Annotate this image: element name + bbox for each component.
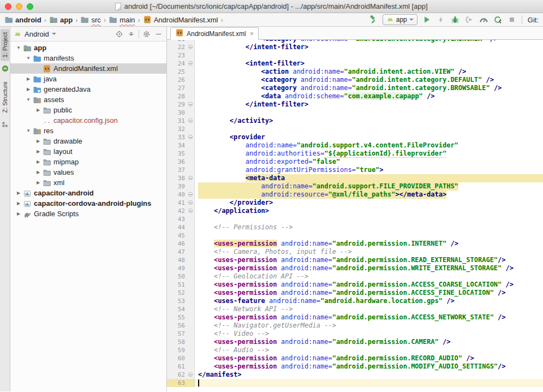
- code-line-23[interactable]: 23: [167, 51, 543, 60]
- fold-marker[interactable]: [188, 199, 195, 207]
- fold-marker[interactable]: [188, 174, 195, 182]
- code-line-37[interactable]: 37 android:grantUriPermissions="true">: [167, 166, 543, 174]
- collapse-all-icon[interactable]: [127, 29, 136, 39]
- code-line-48[interactable]: 48 <uses-permission android:name="androi…: [167, 256, 543, 264]
- tree-item-capacitor-config-json[interactable]: {..}capacitor.config.json: [10, 115, 166, 126]
- fold-marker[interactable]: [188, 191, 195, 199]
- code-line-25[interactable]: 25 <action android:name="android.intent.…: [167, 68, 543, 76]
- run-configuration-select[interactable]: app: [383, 14, 417, 25]
- locate-icon[interactable]: [115, 29, 124, 39]
- code-line-24[interactable]: 24 <intent-filter>: [167, 60, 543, 68]
- chevron-right-icon[interactable]: ▶: [34, 149, 42, 154]
- code-line-55[interactable]: 55 <uses-permission android:name="androi…: [167, 313, 543, 322]
- project-view-selector[interactable]: Android: [25, 30, 49, 38]
- code-line-58[interactable]: 58 <uses-permission android:name="androi…: [167, 338, 543, 346]
- code-line-34[interactable]: 34 android:name="android.support.v4.cont…: [167, 141, 543, 150]
- code-line-49[interactable]: 49 <uses-permission android:name="androi…: [167, 264, 543, 272]
- fold-marker[interactable]: [188, 371, 195, 379]
- chevron-right-icon[interactable]: ▶: [25, 87, 32, 92]
- chevron-right-icon[interactable]: ▶: [34, 108, 42, 112]
- tree-item-app[interactable]: ▼app: [10, 43, 166, 53]
- code-line-32[interactable]: 32: [167, 125, 543, 133]
- code-line-53[interactable]: 53 <uses-feature android:name="android.h…: [167, 297, 543, 305]
- tree-item-values[interactable]: ▶values: [10, 167, 166, 177]
- tree-item-public[interactable]: ▶public: [10, 105, 166, 115]
- tree-item-res[interactable]: ▼res: [10, 126, 166, 136]
- code-line-52[interactable]: 52 <uses-permission android:name="androi…: [167, 289, 543, 297]
- attach-debugger-icon[interactable]: [465, 15, 474, 25]
- code-line-57[interactable]: 57 <!-- Video -->: [167, 330, 543, 338]
- fold-marker[interactable]: [188, 43, 195, 51]
- code-line-61[interactable]: 61 <uses-permission android:name="androi…: [167, 363, 543, 371]
- hide-icon[interactable]: [154, 29, 163, 39]
- chevron-right-icon[interactable]: ▶: [34, 159, 42, 164]
- code-line-40[interactable]: 40 android:resource="@xml/file_paths"></…: [167, 191, 543, 199]
- chevron-down-icon[interactable]: ▼: [25, 56, 32, 61]
- code-line-45[interactable]: 45: [167, 231, 543, 240]
- tree-item-capacitor-android[interactable]: ▶capacitor-android: [10, 188, 166, 198]
- chevron-right-icon[interactable]: ▶: [15, 201, 22, 206]
- code-line-62[interactable]: 62</manifest>: [167, 371, 543, 379]
- tree-item-manifests[interactable]: ▼manifests: [10, 53, 166, 63]
- code-line-29[interactable]: 29 </intent-filter>: [167, 100, 543, 109]
- debug-icon[interactable]: [451, 15, 460, 25]
- tree-item-java[interactable]: ▶java: [10, 74, 166, 84]
- breadcrumb-item-app[interactable]: app: [49, 15, 73, 24]
- code-line-50[interactable]: 50 <!-- Geolocation API -->: [167, 272, 543, 281]
- code-line-43[interactable]: 43: [167, 215, 543, 223]
- chevron-down-icon[interactable]: ▼: [25, 128, 32, 133]
- profiler-icon[interactable]: [479, 15, 488, 25]
- code-area[interactable]: 21 <category android:name="android.inten…: [167, 40, 543, 391]
- apply-changes-icon[interactable]: [437, 15, 446, 25]
- tree-item-gradle-scripts[interactable]: ▶Gradle Scripts: [10, 209, 166, 219]
- code-line-27[interactable]: 27 <category android:name="android.inten…: [167, 84, 543, 92]
- settings-gear-icon[interactable]: [142, 29, 151, 39]
- gradle-sync-icon[interactable]: [493, 15, 503, 25]
- code-line-36[interactable]: 36 android:exported="false": [167, 158, 543, 166]
- code-line-31[interactable]: 31 </activity>: [167, 117, 543, 125]
- tree-item-generatedjava[interactable]: ▶generatedJava: [10, 84, 166, 94]
- stop-icon[interactable]: [508, 15, 517, 25]
- code-line-35[interactable]: 35 android:authorities="${applicationId}…: [167, 150, 543, 158]
- code-line-56[interactable]: 56 <!-- Navigator.getUserMedia -->: [167, 322, 543, 330]
- chevron-down-icon[interactable]: ▼: [25, 97, 32, 102]
- chevron-right-icon[interactable]: ▶: [34, 170, 42, 175]
- chevron-right-icon[interactable]: ▶: [15, 191, 22, 195]
- code-line-63[interactable]: 63: [167, 379, 543, 387]
- code-line-42[interactable]: 42 </application>: [167, 207, 543, 215]
- tree-item-assets[interactable]: ▼assets: [10, 94, 166, 105]
- code-line-38[interactable]: 38 <meta-data: [167, 174, 543, 182]
- tree-item-drawable[interactable]: ▶drawable: [10, 136, 166, 146]
- fold-marker[interactable]: [188, 133, 195, 141]
- code-line-47[interactable]: 47 <!-- Camera, Photos, input file -->: [167, 248, 543, 256]
- chevron-right-icon[interactable]: ▶: [25, 76, 32, 81]
- breadcrumb-item-androidmanifest-xml[interactable]: AndroidManifest.xml: [143, 15, 218, 24]
- tree-item-mipmap[interactable]: ▶mipmap: [10, 157, 166, 167]
- android-tool-icon[interactable]: [2, 64, 9, 74]
- run-icon[interactable]: [422, 15, 432, 25]
- tab-androidmanifest[interactable]: AndroidManifest.xml ×: [170, 27, 259, 40]
- tree-item-androidmanifest-xml[interactable]: AndroidManifest.xml: [10, 63, 166, 74]
- breadcrumb-item-main[interactable]: main: [109, 15, 135, 24]
- structure-icon[interactable]: [2, 120, 8, 130]
- tree-item-capacitor-cordova-android-plugins[interactable]: ▶capacitor-cordova-android-plugins: [10, 198, 166, 209]
- tool-window-project-button[interactable]: 1: Project: [1, 29, 9, 61]
- chevron-down-icon[interactable]: ▼: [15, 45, 22, 50]
- chevron-right-icon[interactable]: ▶: [34, 139, 42, 144]
- tree-item-layout[interactable]: ▶layout: [10, 146, 166, 157]
- code-line-33[interactable]: 33 <provider: [167, 133, 543, 141]
- chevron-right-icon[interactable]: ▶: [15, 211, 22, 216]
- fold-marker[interactable]: [188, 207, 195, 215]
- code-line-28[interactable]: 28 <data android:scheme="com.example.cap…: [167, 92, 543, 100]
- code-line-60[interactable]: 60 <uses-permission android:name="androi…: [167, 354, 543, 363]
- code-line-51[interactable]: 51 <uses-permission android:name="androi…: [167, 281, 543, 289]
- code-line-44[interactable]: 44 <!-- Permissions -->: [167, 223, 543, 231]
- tool-window-structure-button[interactable]: Z: Structure: [1, 78, 9, 116]
- git-branch-widget[interactable]: Git:: [527, 16, 539, 24]
- code-line-39[interactable]: 39 android:name="android.support.FILE_PR…: [167, 182, 543, 191]
- code-line-22[interactable]: 22 </intent-filter>: [167, 43, 543, 51]
- breadcrumb-item-android[interactable]: android: [4, 15, 41, 24]
- build-hammer-icon[interactable]: [368, 15, 378, 25]
- chevron-right-icon[interactable]: ▶: [34, 180, 42, 185]
- fold-marker[interactable]: [188, 100, 195, 109]
